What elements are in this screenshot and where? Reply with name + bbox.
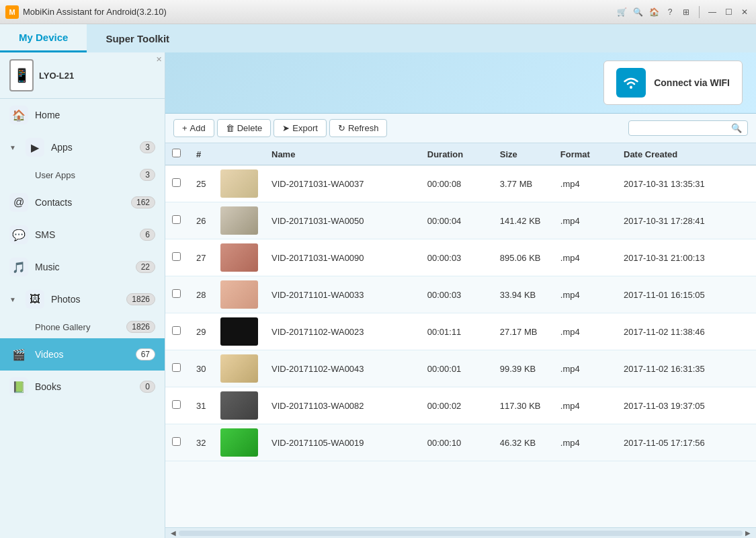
row-duration: 00:01:11 (421, 313, 493, 350)
sidebar-item-books[interactable]: 📗 Books 0 (0, 371, 165, 403)
video-thumbnail-6 (220, 391, 258, 420)
export-icon: ➤ (282, 123, 290, 133)
table-row: 29 VID-20171102-WA0023 00:01:11 27.17 MB… (165, 313, 756, 350)
row-num: 28 (190, 276, 214, 313)
sidebar-item-apps[interactable]: ▼ ▶ Apps 3 (0, 131, 165, 163)
row-checkbox-3[interactable] (172, 289, 181, 298)
help-icon[interactable]: ? (664, 6, 676, 18)
settings-icon[interactable]: ⊞ (680, 6, 692, 18)
col-size-header[interactable]: Size (493, 143, 554, 165)
horizontal-scrollbar[interactable]: ◀ ▶ (165, 527, 756, 538)
search-icon[interactable]: 🔍 (632, 6, 644, 18)
device-icon: 📱 (9, 59, 34, 91)
apps-nav-label: Apps (51, 142, 133, 153)
minimize-button[interactable]: — (706, 6, 718, 18)
title-bar: M MobiKin Assistant for Android(3.2.10) … (0, 0, 756, 24)
row-format: .mp4 (554, 202, 617, 239)
home-icon[interactable]: 🏠 (648, 6, 660, 18)
row-name: VID-20171101-WA0033 (265, 276, 421, 313)
add-button[interactable]: + Add (173, 119, 214, 137)
table-row: 25 VID-20171031-WA0037 00:00:08 3.77 MB … (165, 165, 756, 202)
sidebar-item-home[interactable]: 🏠 Home (0, 99, 165, 131)
window-controls: 🛒 🔍 🏠 ? ⊞ — ☐ ✕ (616, 6, 751, 18)
sidebar-item-videos[interactable]: 🎬 Videos 67 (0, 338, 165, 371)
table-row: 30 VID-20171102-WA0043 00:00:01 99.39 KB… (165, 350, 756, 387)
wifi-banner: Connect via WIFI (165, 52, 756, 114)
phone-gallery-label: Phone Gallery (35, 322, 90, 332)
col-date-header[interactable]: Date Created (617, 143, 756, 165)
row-num: 30 (190, 350, 214, 387)
sidebar: 📱 LYO-L21 ✕ 🏠 Home ▼ ▶ Apps 3 User Apps … (0, 52, 165, 538)
wifi-connect-button[interactable]: Connect via WIFI (603, 61, 743, 105)
scroll-left-icon[interactable]: ◀ (168, 529, 179, 537)
books-badge: 0 (140, 381, 155, 393)
row-date: 2017-10-31 21:00:13 (617, 239, 756, 276)
sidebar-item-sms[interactable]: 💬 SMS 6 (0, 219, 165, 251)
col-checkbox-header (165, 143, 190, 165)
scroll-track[interactable] (179, 531, 743, 536)
maximize-button[interactable]: ☐ (722, 6, 734, 18)
row-thumbnail (214, 165, 265, 202)
col-duration-header[interactable]: Duration (421, 143, 493, 165)
row-checkbox-1[interactable] (172, 215, 181, 224)
col-format-header[interactable]: Format (554, 143, 617, 165)
contacts-nav-label: Contacts (35, 197, 124, 208)
photos-arrow-icon: ▼ (9, 296, 16, 303)
table-body: 25 VID-20171031-WA0037 00:00:08 3.77 MB … (165, 165, 756, 461)
row-size: 117.30 KB (493, 387, 554, 424)
export-label: Export (292, 123, 318, 133)
row-checkbox-7[interactable] (172, 437, 181, 446)
sidebar-item-user-apps[interactable]: User Apps 3 (0, 163, 165, 186)
scroll-right-icon[interactable]: ▶ (743, 529, 753, 537)
col-thumb-header (214, 143, 265, 165)
row-checkbox-cell (165, 239, 190, 276)
videos-nav-icon: 🎬 (9, 345, 28, 364)
tab-super-toolkit[interactable]: Super Toolkit (87, 24, 188, 52)
contacts-nav-icon: @ (9, 193, 28, 212)
device-close-button[interactable]: ✕ (156, 55, 162, 64)
row-checkbox-6[interactable] (172, 400, 181, 409)
row-thumbnail (214, 387, 265, 424)
row-format: .mp4 (554, 165, 617, 202)
app-logo: M (5, 5, 19, 19)
row-format: .mp4 (554, 313, 617, 350)
col-name-header[interactable]: Name (265, 143, 421, 165)
delete-button[interactable]: 🗑 Delete (217, 119, 271, 137)
row-name: VID-20171103-WA0082 (265, 387, 421, 424)
tab-my-device[interactable]: My Device (0, 24, 87, 52)
select-all-checkbox[interactable] (172, 149, 181, 157)
row-duration: 00:00:10 (421, 424, 493, 461)
table-header-row: # Name Duration Size Format Date Created (165, 143, 756, 165)
sidebar-item-phone-gallery[interactable]: Phone Gallery 1826 (0, 315, 165, 338)
row-name: VID-20171102-WA0043 (265, 350, 421, 387)
row-format: .mp4 (554, 387, 617, 424)
sidebar-item-contacts[interactable]: @ Contacts 162 (0, 186, 165, 219)
device-name: LYO-L21 (39, 71, 74, 81)
add-icon: + (182, 123, 187, 133)
home-nav-label: Home (35, 110, 155, 120)
row-num: 26 (190, 202, 214, 239)
shop-icon[interactable]: 🛒 (616, 6, 628, 18)
apps-badge: 3 (140, 141, 155, 153)
music-badge: 22 (136, 261, 155, 273)
row-checkbox-4[interactable] (172, 326, 181, 335)
tab-bar: My Device Super Toolkit (0, 24, 756, 52)
row-checkbox-0[interactable] (172, 178, 181, 187)
export-button[interactable]: ➤ Export (274, 119, 327, 137)
search-input[interactable] (634, 123, 728, 133)
close-button[interactable]: ✕ (739, 6, 751, 18)
row-checkbox-5[interactable] (172, 363, 181, 372)
row-thumbnail (214, 202, 265, 239)
row-num: 32 (190, 424, 214, 461)
row-checkbox-2[interactable] (172, 252, 181, 261)
table-row: 32 VID-20171105-WA0019 00:00:10 46.32 KB… (165, 424, 756, 461)
row-size: 3.77 MB (493, 165, 554, 202)
sidebar-item-music[interactable]: 🎵 Music 22 (0, 251, 165, 283)
sidebar-item-photos[interactable]: ▼ 🖼 Photos 1826 (0, 283, 165, 315)
table-row: 31 VID-20171103-WA0082 00:00:02 117.30 K… (165, 387, 756, 424)
row-name: VID-20171031-WA0037 (265, 165, 421, 202)
photos-badge: 1826 (126, 293, 155, 305)
row-duration: 00:00:03 (421, 239, 493, 276)
row-thumbnail (214, 424, 265, 461)
refresh-button[interactable]: ↻ Refresh (329, 119, 388, 137)
